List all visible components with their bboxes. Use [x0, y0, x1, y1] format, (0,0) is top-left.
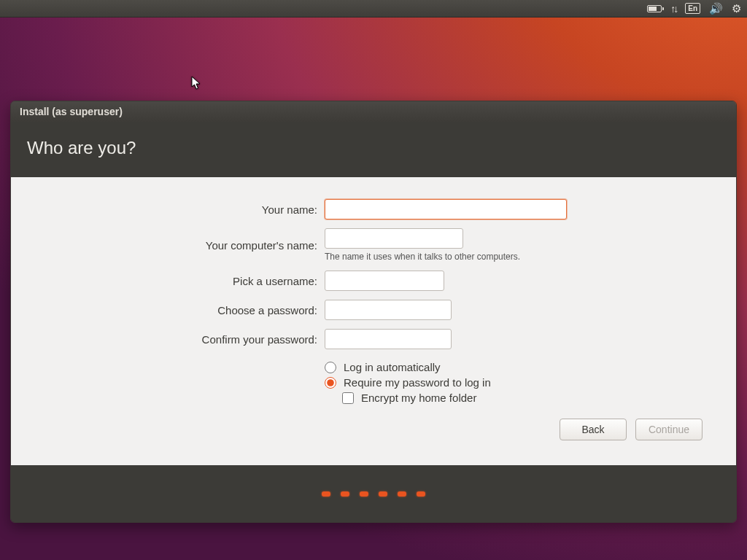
keyboard-layout-indicator[interactable]: En — [685, 0, 700, 17]
top-panel: ↑↓ En 🔊 ⚙ — [0, 0, 747, 18]
progress-footer — [11, 465, 736, 522]
button-bar: Back Continue — [33, 407, 714, 452]
encrypt-home-checkbox[interactable] — [342, 392, 354, 404]
continue-button[interactable]: Continue — [635, 419, 703, 440]
computer-name-label: Your computer's name: — [33, 239, 317, 252]
progress-dot — [379, 491, 387, 497]
progress-dot — [360, 491, 368, 497]
volume-indicator[interactable]: 🔊 — [709, 0, 723, 17]
progress-dot — [341, 491, 349, 497]
header-area: Who are you? — [11, 122, 736, 177]
confirm-password-label: Confirm your password: — [33, 333, 317, 346]
progress-dot — [398, 491, 406, 497]
require-password-label: Require my password to log in — [344, 376, 491, 389]
name-label: Your name: — [33, 203, 317, 216]
auto-login-radio[interactable] — [325, 362, 336, 373]
content-area: Your name: Your computer's name: The nam… — [11, 177, 736, 465]
username-label: Pick a username: — [33, 275, 317, 287]
page-heading: Who are you? — [27, 138, 720, 158]
user-form: Your name: Your computer's name: The nam… — [33, 199, 714, 407]
speaker-icon: 🔊 — [709, 2, 723, 15]
encrypt-home-option[interactable]: Encrypt my home folder — [342, 392, 714, 404]
require-password-option[interactable]: Require my password to log in — [325, 376, 714, 389]
auto-login-label: Log in automatically — [344, 361, 441, 373]
battery-icon — [647, 5, 662, 12]
back-button[interactable]: Back — [560, 419, 627, 440]
system-menu[interactable]: ⚙ — [732, 0, 741, 17]
username-input[interactable] — [325, 271, 444, 291]
cursor-icon — [191, 76, 201, 90]
gear-icon: ⚙ — [732, 2, 741, 15]
window-title: Install (as superuser) — [20, 106, 123, 117]
name-input[interactable] — [325, 199, 567, 219]
battery-indicator[interactable] — [647, 0, 662, 17]
installer-window: Install (as superuser) Who are you? Your… — [10, 101, 737, 523]
auto-login-option[interactable]: Log in automatically — [325, 361, 714, 373]
password-input[interactable] — [325, 300, 452, 320]
language-badge: En — [685, 3, 700, 14]
confirm-password-input[interactable] — [325, 329, 452, 349]
progress-dot — [322, 491, 330, 497]
require-password-radio[interactable] — [325, 377, 336, 389]
network-indicator[interactable]: ↑↓ — [670, 0, 676, 17]
window-titlebar[interactable]: Install (as superuser) — [11, 101, 736, 122]
progress-dot — [417, 491, 425, 497]
password-label: Choose a password: — [33, 304, 317, 316]
computer-name-hint: The name it uses when it talks to other … — [325, 252, 714, 262]
network-updown-icon: ↑↓ — [670, 3, 676, 15]
encrypt-home-label: Encrypt my home folder — [361, 392, 476, 404]
computer-name-input[interactable] — [325, 228, 463, 249]
